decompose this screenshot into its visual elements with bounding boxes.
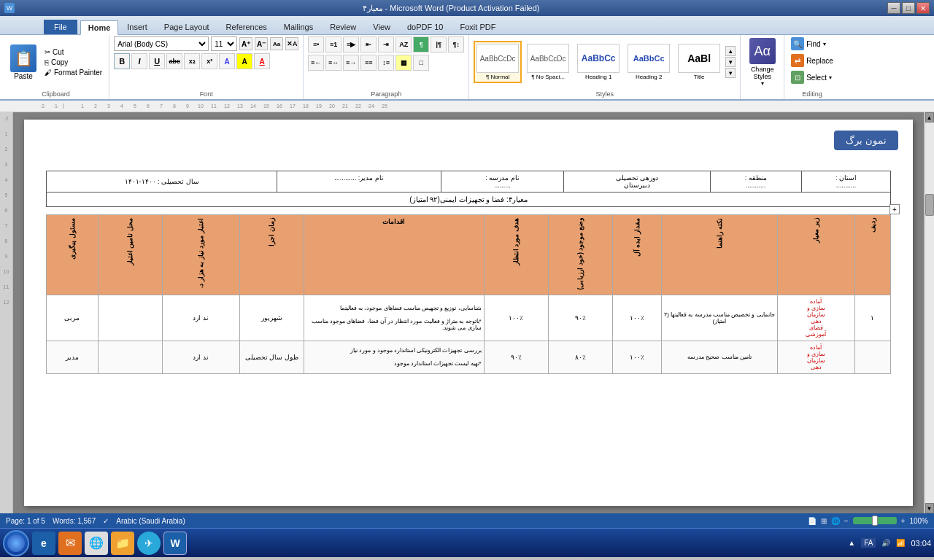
taskbar-explorer-button[interactable]: 📁 (111, 532, 134, 555)
justify-button[interactable]: ≡≡ (360, 55, 377, 71)
bullet-list-button[interactable]: ≡• (308, 36, 324, 52)
copy-button[interactable]: ⎘ Copy (42, 58, 104, 67)
sort-button[interactable]: AZ (395, 36, 412, 52)
align-left-button[interactable]: ≡← (308, 55, 324, 71)
start-button[interactable] (3, 530, 29, 556)
decrease-indent-button[interactable]: ⇤ (360, 36, 377, 52)
clear-format-button[interactable]: ✕A (285, 37, 298, 50)
tab-mailings[interactable]: Mailings (276, 20, 321, 34)
strikethrough-button[interactable]: abc (166, 53, 182, 69)
cell-subcriteria-2: آمادهسازی وسازماندهی (777, 341, 854, 373)
painter-icon: 🖌 (45, 69, 52, 77)
font-grow-button[interactable]: A⁺ (239, 37, 252, 50)
font-shrink-button[interactable]: A⁻ (255, 37, 268, 50)
text-effect-button[interactable]: A (219, 53, 235, 69)
style-heading2-button[interactable]: AaBbCc Heading 2 (625, 41, 673, 83)
select-icon: ⊡ (791, 71, 804, 84)
tab-home[interactable]: Home (80, 20, 119, 35)
cell-ideal-1: ۱۰۰٪ (613, 295, 662, 341)
vertical-scrollbar[interactable]: ▲ ▼ (924, 112, 934, 513)
replace-button[interactable]: ⇄ Replace (789, 53, 835, 68)
cell-credit-2: ند ارد (162, 341, 239, 373)
scroll-up-button[interactable]: ▲ (925, 112, 934, 122)
taskbar-mail-button[interactable]: ✉ (58, 532, 82, 555)
border-button[interactable]: □ (413, 55, 429, 71)
taskbar-chrome-button[interactable]: 🌐 (85, 532, 108, 555)
zoom-in-button[interactable]: + (901, 517, 906, 525)
keyboard-layout[interactable]: FA (861, 538, 876, 548)
info-province: استان :........... (801, 171, 890, 192)
tab-references[interactable]: References (218, 20, 275, 34)
font-name-select[interactable]: Arial (Body CS) (114, 36, 209, 51)
maximize-button[interactable]: □ (902, 2, 915, 14)
select-button[interactable]: ⊡ Select ▾ (789, 70, 834, 85)
cell-responsible-2: مدیر (47, 341, 99, 373)
line-spacing-button[interactable]: ↕≡ (378, 55, 394, 71)
zoom-thumb[interactable] (872, 516, 878, 526)
table-handle[interactable]: + (889, 204, 900, 214)
text-highlight-button[interactable]: A (236, 53, 252, 69)
info-region: منطقه :........... (710, 171, 801, 192)
spell-check-icon: ✓ (103, 517, 109, 525)
cell-rownum-1: ۱ (854, 295, 890, 341)
cell-guidance-1: جانمایی و تخصیص مناسب مدرسه به فعالیتها … (662, 295, 778, 341)
scroll-thumb[interactable] (925, 194, 934, 216)
style-no-spacing-button[interactable]: AaBbCcDc ¶ No Spaci... (524, 41, 572, 83)
view-web-icon[interactable]: 🌐 (831, 517, 840, 525)
find-button[interactable]: 🔍 Find ▾ (789, 36, 827, 51)
zoom-slider[interactable] (853, 517, 897, 524)
paste-icon: 📋 (10, 44, 36, 72)
align-right-button[interactable]: ≡→ (343, 55, 359, 71)
taskbar-ie-button[interactable]: e (32, 532, 55, 555)
multilevel-list-button[interactable]: ≡▶ (343, 36, 359, 52)
format-painter-button[interactable]: 🖌 Format Painter (42, 68, 104, 77)
cut-button[interactable]: ✂ Cut (42, 47, 104, 57)
styles-scroll-down[interactable]: ▼ (725, 57, 736, 67)
font-case-button[interactable]: Aa (270, 37, 283, 50)
cell-timeline-2: طول سال تحصیلی (239, 341, 304, 373)
close-button[interactable]: ✕ (916, 2, 930, 14)
view-normal-icon[interactable]: 📄 (808, 517, 817, 525)
style-title-button[interactable]: AaBl Title (675, 41, 723, 83)
tab-insert[interactable]: Insert (119, 20, 155, 34)
find-icon: 🔍 (791, 37, 804, 50)
shading-button[interactable]: ▦ (395, 55, 412, 71)
window-controls[interactable]: ─ □ ✕ (887, 2, 930, 14)
editing-label: Editing (802, 90, 822, 98)
styles-more-button[interactable]: ▾ (725, 68, 736, 78)
sample-button[interactable]: نمون برگ (834, 131, 898, 150)
tab-page-layout[interactable]: Page Layout (156, 20, 217, 34)
pilcrow-button[interactable]: ¶↕ (448, 36, 464, 52)
zoom-out-button[interactable]: − (844, 517, 849, 525)
font-color-button[interactable]: A (254, 53, 270, 69)
show-hide-button[interactable]: ¶ (413, 36, 429, 52)
superscript-button[interactable]: x² (201, 53, 217, 69)
change-styles-button[interactable]: Aα ChangeStyles ▾ (746, 36, 779, 88)
tab-foxit[interactable]: Foxit PDF (452, 20, 503, 34)
show-hide2-button[interactable]: |¶ (431, 36, 447, 52)
increase-indent-button[interactable]: ⇥ (378, 36, 394, 52)
tab-view[interactable]: View (365, 20, 398, 34)
tab-dopdf[interactable]: doPDF 10 (399, 20, 452, 34)
styles-scroll-up[interactable]: ▲ (725, 46, 736, 56)
subscript-button[interactable]: x₂ (184, 53, 200, 69)
style-normal-button[interactable]: AaBbCcDc ¶ Normal (474, 41, 522, 83)
minimize-button[interactable]: ─ (887, 2, 900, 14)
tray-volume: 🔊 (881, 539, 890, 547)
view-fullscreen-icon[interactable]: ⊞ (821, 517, 827, 525)
paste-button[interactable]: 📋 Paste (7, 43, 39, 82)
taskbar-telegram-button[interactable]: ✈ (137, 532, 161, 555)
align-center-button[interactable]: ≡↔ (325, 55, 341, 71)
taskbar: e ✉ 🌐 📁 ✈ W ▲ FA 🔊 📶 03:04 (0, 528, 934, 557)
style-heading1-button[interactable]: AaBbCc Heading 1 (574, 41, 622, 83)
italic-button[interactable]: I (131, 53, 147, 69)
ribbon-toolbar: 📋 Paste ✂ Cut ⎘ Copy 🖌 Format Painter Cl… (0, 35, 934, 101)
underline-button[interactable]: U (149, 53, 165, 69)
taskbar-word-button[interactable]: W (163, 532, 187, 555)
tab-file[interactable]: File (44, 20, 77, 34)
numbered-list-button[interactable]: ≡1 (325, 36, 341, 52)
bold-button[interactable]: B (114, 53, 130, 69)
font-size-select[interactable]: 11 (211, 36, 237, 51)
scroll-down-button[interactable]: ▼ (925, 503, 934, 513)
tab-review[interactable]: Review (322, 20, 364, 34)
